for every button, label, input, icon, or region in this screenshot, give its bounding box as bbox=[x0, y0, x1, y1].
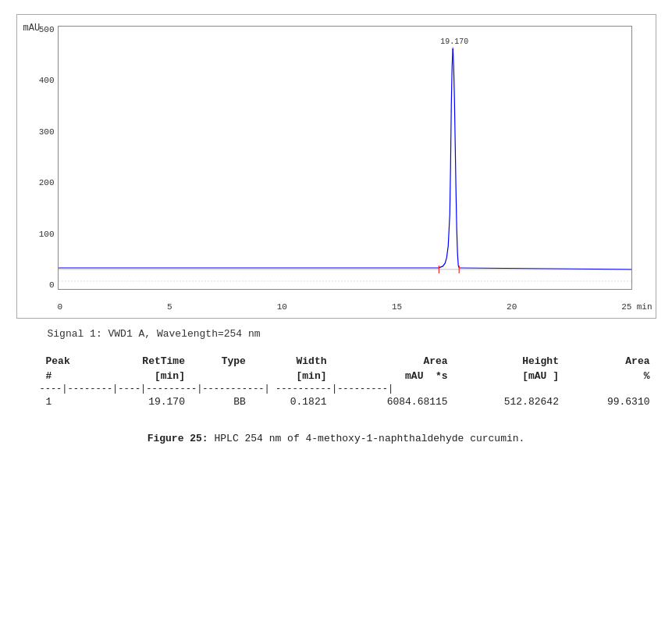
col-peak: Peak bbox=[40, 354, 101, 369]
y-tick-100: 100 bbox=[39, 230, 55, 239]
figure-caption: Figure 25: HPLC 254 nm of 4-methoxy-1-na… bbox=[148, 433, 525, 444]
col-area-pct: Area bbox=[565, 354, 656, 369]
y-tick-300: 300 bbox=[39, 128, 55, 137]
table-row: 1 19.170 BB 0.1821 6084.68115 512.82642 … bbox=[40, 394, 656, 409]
cell-type: BB bbox=[191, 394, 252, 409]
chart-plot-area: 19.170 bbox=[58, 26, 632, 290]
col-height-unit: [mAU ] bbox=[454, 369, 565, 383]
x-tick-0: 0 bbox=[58, 302, 63, 312]
x-axis-unit: min bbox=[637, 302, 652, 312]
table-separator: ----|--------|----|---------|-----------… bbox=[40, 383, 656, 394]
chart-svg: 19.170 bbox=[59, 27, 631, 289]
peak-data-table: Peak RetTime Type Width Area Height Area… bbox=[40, 354, 656, 409]
svg-text:19.170: 19.170 bbox=[440, 37, 468, 46]
col-area-pct-unit: % bbox=[565, 369, 656, 383]
y-tick-0: 0 bbox=[49, 281, 55, 290]
col-area-unit: mAU *s bbox=[333, 369, 454, 383]
signal-label: Signal 1: VWD1 A, Wavelength=254 nm bbox=[16, 328, 656, 340]
col-width-unit: [min] bbox=[252, 369, 333, 383]
cell-area: 6084.68115 bbox=[333, 394, 454, 409]
col-width: Width bbox=[252, 354, 333, 369]
table-header-row2: # [min] [min] mAU *s [mAU ] % bbox=[40, 369, 656, 383]
y-tick-200: 200 bbox=[39, 179, 55, 187]
table-header-row1: Peak RetTime Type Width Area Height Area bbox=[40, 354, 656, 369]
x-tick-5: 5 bbox=[167, 302, 172, 312]
figure-caption-text: HPLC 254 nm of 4-methoxy-1-naphthaldehyd… bbox=[208, 433, 525, 444]
col-type-unit bbox=[191, 369, 252, 383]
cell-rettime: 19.170 bbox=[100, 394, 191, 409]
col-rettime: RetTime bbox=[100, 354, 191, 369]
col-area: Area bbox=[333, 354, 454, 369]
figure-caption-bold: Figure 25: bbox=[148, 433, 208, 444]
data-table-wrapper: Peak RetTime Type Width Area Height Area… bbox=[16, 354, 656, 409]
cell-height: 512.82642 bbox=[454, 394, 565, 409]
cell-width: 0.1821 bbox=[252, 394, 333, 409]
cell-area-pct: 99.6310 bbox=[565, 394, 656, 409]
x-tick-10: 10 bbox=[277, 302, 287, 312]
y-axis-ticks: 500 400 300 200 100 0 bbox=[17, 26, 58, 290]
y-tick-400: 400 bbox=[39, 77, 55, 85]
x-tick-25: 25 bbox=[621, 302, 631, 312]
x-axis-ticks: 0 5 10 15 20 25 bbox=[58, 302, 632, 312]
separator-line: ----|--------|----|---------|-----------… bbox=[40, 383, 656, 394]
y-tick-500: 500 bbox=[39, 26, 55, 34]
cell-peak: 1 bbox=[40, 394, 101, 409]
x-tick-20: 20 bbox=[507, 302, 517, 312]
x-tick-15: 15 bbox=[392, 302, 402, 312]
col-height: Height bbox=[454, 354, 565, 369]
col-type: Type bbox=[191, 354, 252, 369]
col-peak-unit: # bbox=[40, 369, 101, 383]
col-rettime-unit: [min] bbox=[100, 369, 191, 383]
hplc-chart: mAU 500 400 300 200 100 0 bbox=[16, 14, 656, 319]
